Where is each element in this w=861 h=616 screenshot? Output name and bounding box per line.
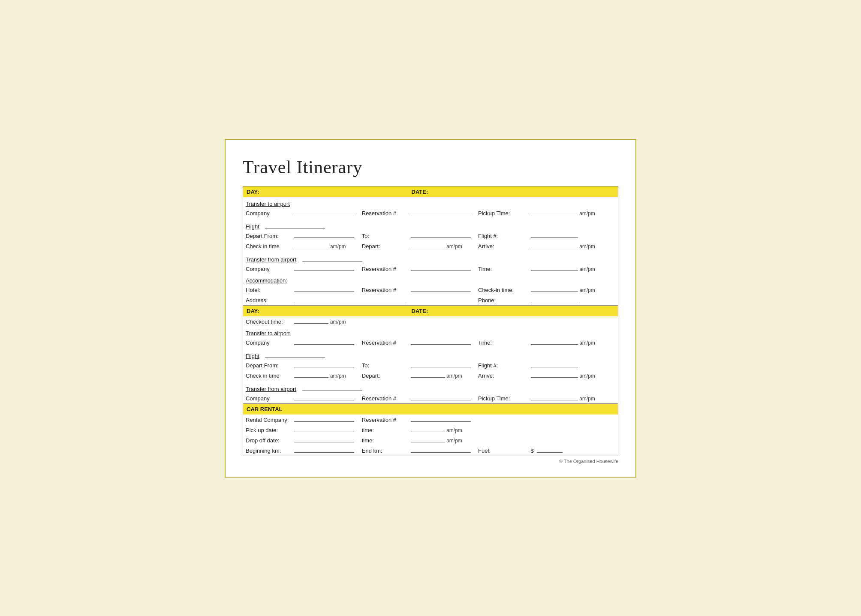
day1-hotel-row: Hotel: Reservation # Check-in time: am/p… [243,285,618,295]
day1-transfer-title: Transfer to airport [246,201,290,207]
day1-checkin-time-label: Check-in time: [476,285,528,295]
day2-checkin-ampm: am/pm [330,373,346,379]
day1-date-label: DATE: [408,186,618,197]
copyright: © The Organised Housewife [243,459,618,464]
day1-hotel-label: Hotel: [243,285,292,295]
day2-depart-row: Depart From: To: Flight #: [243,360,618,370]
day1-flight-title-row: Flight [243,218,618,231]
car-pickup-row: Pick up date: time: am/pm [243,425,618,435]
day1-address-label: Address: [243,295,292,306]
day2-tf-ampm: am/pm [579,396,595,402]
car-fuel-label: Fuel: [476,445,528,456]
day2-arrive-ampm: am/pm [579,373,595,379]
day2-day-label: DAY: [243,305,408,316]
day1-header-row: DAY: DATE: [243,186,618,197]
day1-depart-ampm: am/pm [446,243,462,249]
day2-date-label: DATE: [408,305,618,316]
day2-flight-title-row: Flight [243,348,618,360]
day1-depart-row: Depart From: To: Flight #: [243,231,618,241]
day1-day-label: DAY: [243,186,408,197]
day2-transfer-from-company-row: Company Reservation # Pickup Time: am/pm [243,393,618,404]
day2-to-label: To: [359,360,408,370]
day2-checkout-row: Checkout time: am/pm [243,316,618,327]
day1-tf-reservation-label: Reservation # [359,264,408,274]
car-rental-header-row: CAR RENTAL [243,403,618,415]
page: Travel Itinerary DAY: DATE: Transfer to … [225,139,636,478]
day2-transfer-title: Transfer to airport [246,330,290,337]
day1-tf-time-label: Time: [476,264,528,274]
car-rental-company-row: Rental Company: Reservation # [243,415,618,425]
day1-pickup-ampm: am/pm [579,210,595,216]
day2-flight-num-label: Flight #: [476,360,528,370]
day1-depart-from-label: Depart From: [243,231,292,241]
car-pickup-ampm: am/pm [446,427,462,433]
day2-checkout-label: Checkout time: [243,316,292,327]
car-rental-header: CAR RENTAL [243,403,618,415]
day2-transfer-ampm: am/pm [579,340,595,346]
day2-tf-company-label: Company [243,393,292,404]
car-time-label: time: [359,425,408,435]
day1-transfer-from-row: Transfer from airport [243,251,618,264]
car-time2-label: time: [359,435,408,445]
day1-address-row: Address: Phone: [243,295,618,306]
day2-checkin-row: Check in time am/pm Depart: am/pm Arrive… [243,370,618,381]
day1-company-label: Company [243,208,292,218]
day1-pickup-time-label: Pickup Time: [476,208,528,218]
day1-tf-ampm: am/pm [579,266,595,272]
day2-tf-reservation-label: Reservation # [359,393,408,404]
day1-transfer-row: Transfer to airport [243,197,618,208]
day2-time-label: Time: [476,337,528,348]
day2-tf-pickup-label: Pickup Time: [476,393,528,404]
day2-flight-title: Flight [246,353,259,359]
day1-reservation-label: Reservation # [359,208,408,218]
day2-transfer-company-row: Company Reservation # Time: am/pm [243,337,618,348]
car-beginning-km-label: Beginning km: [243,445,292,456]
car-pickup-date-label: Pick up date: [243,425,292,435]
day2-transfer-from-title: Transfer from airport [246,386,296,392]
day1-checkin-row: Check in time am/pm Depart: am/pm Arrive… [243,241,618,251]
itinerary-table: DAY: DATE: Transfer to airport Company R… [243,186,618,456]
car-end-km-label: End km: [359,445,408,456]
car-dropoff-row: Drop off date: time: am/pm [243,435,618,445]
day2-depart-ampm: am/pm [446,373,462,379]
day1-to-label: To: [359,231,408,241]
day1-depart-label: Depart: [359,241,408,251]
day2-depart-label: Depart: [359,370,408,381]
day1-checkin-label: Check in time [243,241,292,251]
car-dropoff-date-label: Drop off date: [243,435,292,445]
page-title: Travel Itinerary [243,157,618,177]
car-dropoff-ampm: am/pm [446,438,462,444]
day2-checkout-ampm: am/pm [330,319,346,325]
car-km-row: Beginning km: End km: Fuel: $ [243,445,618,456]
day1-company-row: Company Reservation # Pickup Time: am/pm [243,208,618,218]
day1-hotel-res-label: Reservation # [359,285,408,295]
day2-reservation-label: Reservation # [359,337,408,348]
day1-flight-title: Flight [246,223,259,230]
day1-phone-label: Phone: [476,295,528,306]
day1-arrive-label: Arrive: [476,241,528,251]
day2-checkin-label: Check in time [243,370,292,381]
day2-header-row: DAY: DATE: [243,305,618,316]
day2-transfer-title-row: Transfer to airport [243,327,618,337]
car-dollar: $ [531,448,534,454]
day1-tf-company-label: Company [243,264,292,274]
day1-checkin-ampm: am/pm [330,243,346,249]
day1-hotel-ampm: am/pm [579,287,595,293]
car-reservation-label: Reservation # [359,415,408,425]
day1-accommodation-title: Accommodation: [246,277,287,284]
day2-company-label: Company [243,337,292,348]
rental-company-label: Rental Company: [243,415,292,425]
day1-transfer-from-company-row: Company Reservation # Time: am/pm [243,264,618,274]
day1-transfer-from-title: Transfer from airport [246,256,296,263]
day1-accommodation-row: Accommodation: [243,274,618,285]
day2-arrive-label: Arrive: [476,370,528,381]
day1-flight-num-label: Flight #: [476,231,528,241]
day1-arrive-ampm: am/pm [579,243,595,249]
day2-depart-from-label: Depart From: [243,360,292,370]
day2-transfer-from-row: Transfer from airport [243,381,618,393]
